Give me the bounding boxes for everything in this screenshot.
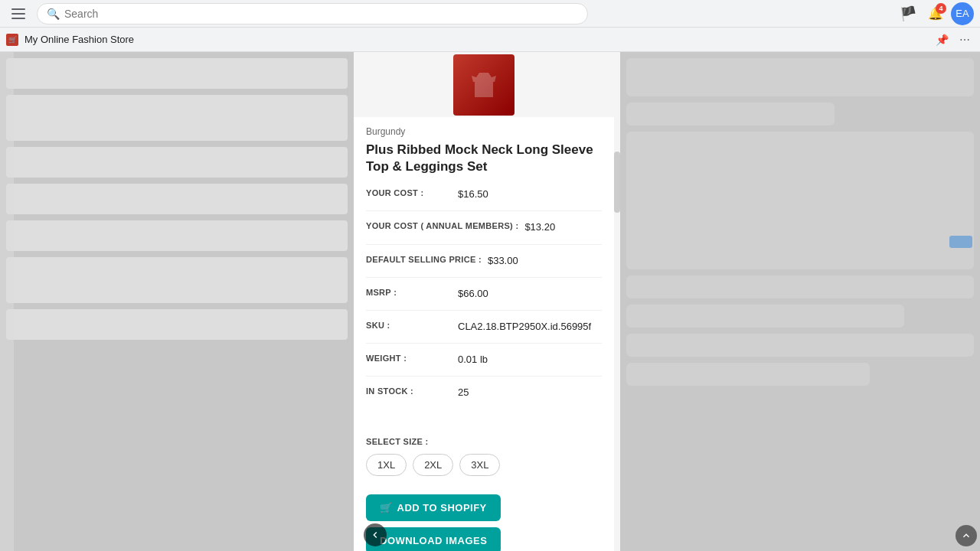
annual-cost-row: YOUR COST ( ANNUAL MEMBERS) : $13.20 bbox=[366, 220, 602, 244]
browser-bar: 🔍 🏴 🔔 4 EA bbox=[0, 0, 980, 28]
in-stock-row: IN STOCK : 25 bbox=[366, 386, 602, 409]
size-3xl-button[interactable]: 3XL bbox=[459, 454, 500, 476]
search-icon: 🔍 bbox=[47, 8, 60, 20]
pin-button[interactable]: 📌 bbox=[933, 31, 951, 49]
search-bar[interactable]: 🔍 bbox=[37, 3, 588, 24]
default-price-value: $33.00 bbox=[488, 254, 518, 268]
menu-icon[interactable] bbox=[6, 2, 31, 26]
product-title: Plus Ribbed Mock Neck Long Sleeve Top & … bbox=[366, 142, 602, 175]
size-1xl-button[interactable]: 1XL bbox=[366, 454, 407, 476]
weight-label: WEIGHT : bbox=[366, 353, 458, 364]
notifications-button[interactable]: 🔔 4 bbox=[923, 2, 948, 26]
in-stock-value: 25 bbox=[458, 386, 469, 399]
store-favicon-icon: 🛒 bbox=[6, 34, 18, 46]
panel-scrollbar[interactable] bbox=[614, 52, 620, 551]
flag-button[interactable]: 🏴 bbox=[896, 2, 920, 26]
size-section: SELECT SIZE : 1XL 2XL 3XL bbox=[354, 428, 614, 485]
size-options: 1XL 2XL 3XL bbox=[366, 454, 602, 476]
add-to-shopify-button[interactable]: 🛒 ADD TO SHOPIFY bbox=[366, 494, 501, 521]
sku-value: CLA2.18.BTP2950X.id.56995f bbox=[458, 320, 591, 334]
left-sidebar bbox=[0, 52, 354, 551]
size-2xl-button[interactable]: 2XL bbox=[413, 454, 453, 476]
product-content: Burgundy Plus Ribbed Mock Neck Long Slee… bbox=[354, 117, 614, 428]
notification-badge: 4 bbox=[936, 3, 946, 14]
main-area: Burgundy Plus Ribbed Mock Neck Long Slee… bbox=[0, 52, 980, 551]
extension-bar: 🛒 My Online Fashion Store 📌 ⋯ bbox=[0, 28, 980, 52]
msrp-value: $66.00 bbox=[458, 287, 488, 301]
cost-row: YOUR COST : $16.50 bbox=[366, 187, 602, 211]
more-options-button[interactable]: ⋯ bbox=[956, 31, 974, 49]
sku-label: SKU : bbox=[366, 320, 458, 331]
product-tag: Burgundy bbox=[366, 126, 602, 137]
scrollbar-thumb bbox=[614, 152, 620, 213]
annual-cost-value: $13.20 bbox=[524, 220, 555, 234]
annual-cost-label: YOUR COST ( ANNUAL MEMBERS) : bbox=[366, 220, 524, 232]
prev-page-button[interactable] bbox=[364, 523, 387, 546]
select-size-label: SELECT SIZE : bbox=[366, 437, 602, 446]
right-content bbox=[620, 52, 980, 551]
msrp-label: MSRP : bbox=[366, 287, 458, 298]
default-price-label: DEFAULT SELLING PRICE : bbox=[366, 254, 488, 266]
msrp-row: MSRP : $66.00 bbox=[366, 287, 602, 311]
cost-label: YOUR COST : bbox=[366, 187, 458, 199]
product-panel: Burgundy Plus Ribbed Mock Neck Long Slee… bbox=[354, 52, 614, 551]
default-price-row: DEFAULT SELLING PRICE : $33.00 bbox=[366, 254, 602, 278]
sku-row: SKU : CLA2.18.BTP2950X.id.56995f bbox=[366, 320, 602, 344]
product-image bbox=[453, 54, 514, 116]
cost-value: $16.50 bbox=[458, 187, 488, 201]
ext-actions: 📌 ⋯ bbox=[933, 31, 974, 49]
scroll-to-top-button[interactable] bbox=[956, 525, 977, 546]
weight-value: 0.01 lb bbox=[458, 353, 488, 367]
weight-row: WEIGHT : 0.01 lb bbox=[366, 353, 602, 377]
browser-actions: 🏴 🔔 4 EA bbox=[896, 2, 974, 26]
product-image-area bbox=[354, 52, 614, 117]
action-buttons: 🛒 ADD TO SHOPIFY DOWNLOAD IMAGES bbox=[354, 485, 614, 552]
download-images-button[interactable]: DOWNLOAD IMAGES bbox=[366, 527, 501, 552]
store-name-label: My Online Fashion Store bbox=[24, 34, 926, 45]
shopify-cart-icon: 🛒 bbox=[380, 502, 393, 514]
avatar-button[interactable]: EA bbox=[951, 2, 974, 25]
search-input[interactable] bbox=[64, 8, 578, 20]
in-stock-label: IN STOCK : bbox=[366, 386, 458, 397]
flag-icon: 🏴 bbox=[900, 5, 916, 22]
